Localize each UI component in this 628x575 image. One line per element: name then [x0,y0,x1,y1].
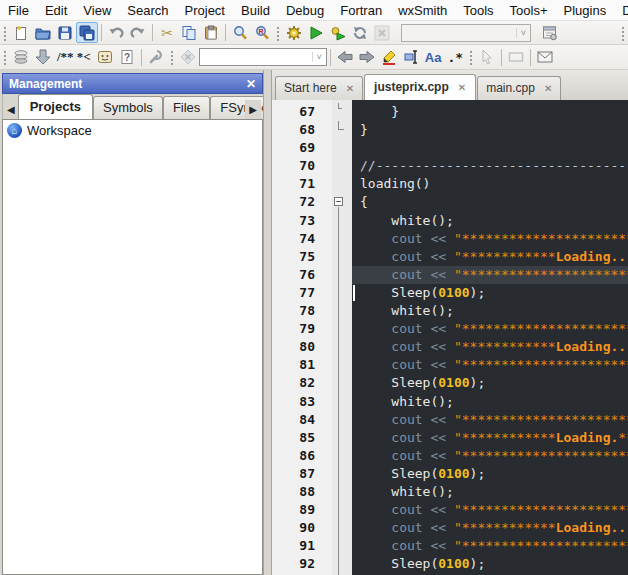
code-line[interactable]: 88 white(); [272,483,628,501]
build-button[interactable] [283,22,305,43]
rebuild-button[interactable] [349,22,371,43]
menu-search[interactable]: Search [119,1,176,20]
compiler-settings-button[interactable] [539,22,561,43]
code-line[interactable]: 86 cout << "************************ [272,447,628,465]
match-case-button[interactable]: Aa [422,50,445,65]
window-tool-button[interactable] [505,47,527,68]
menu-tools-[interactable]: Tools+ [502,1,556,20]
code-line[interactable]: 67 } [272,103,628,121]
regex-button[interactable]: .* [444,50,466,65]
doxyblocks-run-chm-button[interactable] [94,47,116,68]
code-line[interactable]: 83 white(); [272,393,628,411]
code-line[interactable]: 84 cout << "************************ [272,411,628,429]
toolbar-gripper[interactable] [169,49,175,65]
editor-tab-main-cpp[interactable]: main.cpp✕ [477,76,561,100]
tab-projects[interactable]: Projects [18,94,93,119]
close-tab-icon[interactable]: ✕ [544,83,552,94]
toolbar-gripper[interactable] [2,25,8,41]
code-line[interactable]: 92 Sleep(0100); [272,555,628,573]
highlight-occurrences-button[interactable] [378,47,400,68]
save-all-button[interactable] [76,22,98,43]
search-next-button[interactable] [356,47,378,68]
code-line[interactable]: 73 white(); [272,212,628,230]
code-line[interactable]: 75 cout << "************Loading.. [272,248,628,266]
menu-view[interactable]: View [75,1,119,20]
close-tab-icon[interactable]: ✕ [346,83,354,94]
code-line[interactable]: 70//------------------------------------… [272,157,628,175]
mail-tool-button[interactable] [534,47,556,68]
close-tab-icon[interactable]: ✕ [458,82,466,93]
tab-scroll-left-icon[interactable]: ◀ [5,104,18,119]
toolbar-gripper[interactable] [2,49,8,65]
code-line[interactable]: 85 cout << "************Loading.*** [272,429,628,447]
tab-files[interactable]: Files [163,96,210,119]
management-titlebar[interactable]: Management ✕ [2,73,263,94]
code-line[interactable]: 74 cout << "************************ [272,230,628,248]
tab-symbols[interactable]: Symbols [93,96,163,119]
code-line[interactable]: 89 cout << "************************ [272,501,628,519]
code-line[interactable]: 81 cout << "************************ [272,356,628,374]
editor-tab-justeprix-cpp[interactable]: justeprix.cpp✕ [364,74,476,100]
cut-button[interactable]: ✂ [156,22,178,43]
pointer-tool-button[interactable] [476,47,498,68]
selected-text-search-button[interactable] [400,47,422,68]
build-and-run-button[interactable] [327,22,349,43]
menu-wxsmith[interactable]: wxSmith [390,1,455,20]
menu-file[interactable]: File [0,1,37,20]
run-button[interactable] [305,22,327,43]
close-icon[interactable]: ✕ [246,77,256,91]
editor-tab-start-here[interactable]: Start here✕ [275,76,363,100]
toolbar-gripper[interactable] [468,49,474,65]
menu-doxyblocks[interactable]: DoxyBlocks [614,1,628,20]
incsearch-clear-button[interactable] [177,47,199,68]
code-line[interactable]: 78 white(); [272,302,628,320]
build-target-combobox[interactable]: ˅ [401,24,531,42]
find-button[interactable] [229,22,251,43]
undo-button[interactable] [105,22,127,43]
doxyblocks-help-button[interactable]: ? [116,47,138,68]
code-line[interactable]: 79 cout << "************************ [272,320,628,338]
redo-button[interactable] [127,22,149,43]
code-line[interactable]: 91 cout << "************************ [272,537,628,555]
code-line[interactable]: 72−{ [272,193,628,211]
code-line[interactable]: 68} [272,121,628,139]
code-line[interactable]: 77 Sleep(0100); [272,284,628,302]
menu-tools[interactable]: Tools [455,1,501,20]
settings-tool-button[interactable] [145,47,167,68]
menu-plugins[interactable]: Plugins [556,1,615,20]
doxyblocks-block-comment-button[interactable] [32,47,54,68]
toolbar-gripper[interactable] [620,25,626,41]
code-line[interactable]: 71loading() [272,175,628,193]
code-line[interactable]: 90 cout << "************Loading.. [272,519,628,537]
workspace-node[interactable]: ⌂ Workspace [3,120,262,141]
replace-button[interactable]: R [251,22,273,43]
code-line[interactable]: 76 cout << "************************ [272,266,628,284]
doxyblocks-extract-button[interactable] [10,47,32,68]
code-line[interactable]: 82 Sleep(0100); [272,374,628,392]
panel-splitter[interactable] [263,70,272,575]
code-line[interactable]: 69 [272,139,628,157]
code-line[interactable]: 87 Sleep(0100); [272,465,628,483]
match-case-icon: Aa [425,50,442,65]
code-editor[interactable]: 67 }68}6970//---------------------------… [272,100,628,575]
copy-button[interactable] [178,22,200,43]
menu-build[interactable]: Build [233,1,278,20]
paste-button[interactable] [200,22,222,43]
code-text: //-------------------------------------- [352,157,628,175]
open-file-button[interactable] [32,22,54,43]
code-line[interactable]: 80 cout << "************Loading.. [272,338,628,356]
save-button[interactable] [54,22,76,43]
doxyblocks-line-comment-button[interactable]: /** *< [54,49,94,65]
new-file-button[interactable] [10,22,32,43]
menu-fortran[interactable]: Fortran [332,1,390,20]
fold-margin [332,139,352,157]
toolbar-gripper[interactable] [275,25,281,41]
menu-debug[interactable]: Debug [278,1,332,20]
search-previous-button[interactable] [334,47,356,68]
fold-collapse-box[interactable]: − [334,197,343,206]
menu-edit[interactable]: Edit [37,1,75,20]
abort-button[interactable] [371,22,393,43]
tab-scroll-right-icon[interactable]: ▶ [245,100,261,119]
menu-project[interactable]: Project [177,1,233,20]
incremental-search-input[interactable]: ˅ [199,48,327,66]
